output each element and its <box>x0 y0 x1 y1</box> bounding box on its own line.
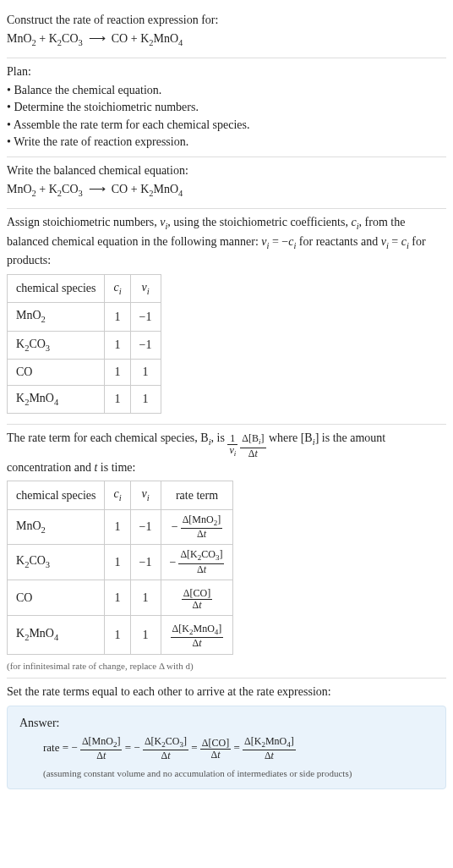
plan-item: • Balance the chemical equation. <box>7 82 446 99</box>
cell-rate: Δ[K2MnO4]Δt <box>161 616 233 654</box>
answer-box: Answer: rate = − Δ[MnO2]Δt = − Δ[K2CO3]Δ… <box>7 706 446 789</box>
cell-species: CO <box>8 580 105 615</box>
balanced-heading: Write the balanced chemical equation: <box>7 162 446 179</box>
stoich-paragraph: Assign stoichiometric numbers, νi, using… <box>7 214 446 269</box>
answer-term-frac: Δ[CO]Δt <box>200 738 231 761</box>
plan-list: • Balance the chemical equation. • Deter… <box>7 82 446 151</box>
cell-species: CO <box>8 360 105 386</box>
answer-term-frac: Δ[K2MnO4]Δt <box>243 736 296 761</box>
answer-term-frac: Δ[K2CO3]Δt <box>143 736 188 761</box>
cell-nui: −1 <box>130 303 161 331</box>
cell-nui: 1 <box>130 616 161 654</box>
answer-equation: rate = − Δ[MnO2]Δt = − Δ[K2CO3]Δt = Δ[CO… <box>43 736 434 761</box>
rate-terms-paragraph: The rate term for each chemical species,… <box>7 430 446 475</box>
table-row: K2CO31−1− Δ[K2CO3]Δt <box>8 545 233 580</box>
stoich-table: chemical species ci νi MnO2 1 −1 K2CO3 1… <box>7 274 161 415</box>
cell-species: K2MnO4 <box>8 385 105 413</box>
table-header-row: chemical species ci νi rate term <box>8 481 233 509</box>
table-row: K2MnO4 1 1 <box>8 385 161 413</box>
col-ci: ci <box>105 481 130 509</box>
answer-term-frac: Δ[MnO2]Δt <box>80 736 123 761</box>
table-row: MnO21−1− Δ[MnO2]Δt <box>8 509 233 544</box>
col-rate: rate term <box>161 481 233 509</box>
cell-nui: 1 <box>130 360 161 386</box>
balanced-equation: MnO2 + K2CO3 ⟶ CO + K2MnO4 <box>7 181 446 200</box>
plan-item: • Write the rate of reaction expression. <box>7 134 446 151</box>
table-row: K2CO3 1 −1 <box>8 331 161 359</box>
cell-nui: −1 <box>130 331 161 359</box>
plan-item: • Assemble the rate term for each chemic… <box>7 117 446 134</box>
answer-lhs: rate = <box>43 741 71 754</box>
plan-item: • Determine the stoichiometric numbers. <box>7 99 446 116</box>
cell-rate: − Δ[K2CO3]Δt <box>161 545 233 580</box>
cell-ci: 1 <box>105 545 130 580</box>
table-row: K2MnO411Δ[K2MnO4]Δt <box>8 616 233 654</box>
cell-nui: −1 <box>130 545 161 580</box>
cell-ci: 1 <box>105 331 130 359</box>
cell-ci: 1 <box>105 360 130 386</box>
rate-terms-caption: (for infinitesimal rate of change, repla… <box>7 660 446 673</box>
rate-terms-section: The rate term for each chemical species,… <box>7 425 446 678</box>
prompt-section: Construct the rate of reaction expressio… <box>7 7 446 58</box>
col-species: chemical species <box>8 481 105 509</box>
answer-label: Answer: <box>19 715 434 732</box>
cell-ci: 1 <box>105 616 130 654</box>
col-nui: νi <box>130 274 161 302</box>
cell-species: MnO2 <box>8 509 105 544</box>
cell-species: MnO2 <box>8 303 105 331</box>
table-row: CO11Δ[CO]Δt <box>8 580 233 615</box>
cell-nui: 1 <box>130 580 161 615</box>
cell-ci: 1 <box>105 509 130 544</box>
cell-species: K2MnO4 <box>8 616 105 654</box>
table-row: CO 1 1 <box>8 360 161 386</box>
cell-ci: 1 <box>105 385 130 413</box>
plan-heading: Plan: <box>7 63 446 80</box>
cell-species: K2CO3 <box>8 545 105 580</box>
table-header-row: chemical species ci νi <box>8 274 161 302</box>
cell-rate: − Δ[MnO2]Δt <box>161 509 233 544</box>
col-species: chemical species <box>8 274 105 302</box>
col-nui: νi <box>130 481 161 509</box>
cell-nui: 1 <box>130 385 161 413</box>
cell-rate: Δ[CO]Δt <box>161 580 233 615</box>
col-ci: ci <box>105 274 130 302</box>
prompt-equation: MnO2 + K2CO3 ⟶ CO + K2MnO4 <box>7 30 446 49</box>
frac-delta-b: Δ[Bi] Δt <box>240 433 265 459</box>
final-heading: Set the rate terms equal to each other t… <box>7 684 446 700</box>
stoich-section: Assign stoichiometric numbers, νi, using… <box>7 209 446 425</box>
plan-section: Plan: • Balance the chemical equation. •… <box>7 58 446 157</box>
cell-ci: 1 <box>105 580 130 615</box>
cell-nui: −1 <box>130 509 161 544</box>
cell-ci: 1 <box>105 303 130 331</box>
table-row: MnO2 1 −1 <box>8 303 161 331</box>
frac-one-over-nu: 1 νi <box>227 433 237 459</box>
final-section: Set the rate terms equal to each other t… <box>7 678 446 794</box>
prompt-line: Construct the rate of reaction expressio… <box>7 12 446 29</box>
cell-species: K2CO3 <box>8 331 105 359</box>
balanced-section: Write the balanced chemical equation: Mn… <box>7 157 446 209</box>
answer-note: (assuming constant volume and no accumul… <box>43 767 434 780</box>
rate-terms-table: chemical species ci νi rate term MnO21−1… <box>7 481 233 654</box>
